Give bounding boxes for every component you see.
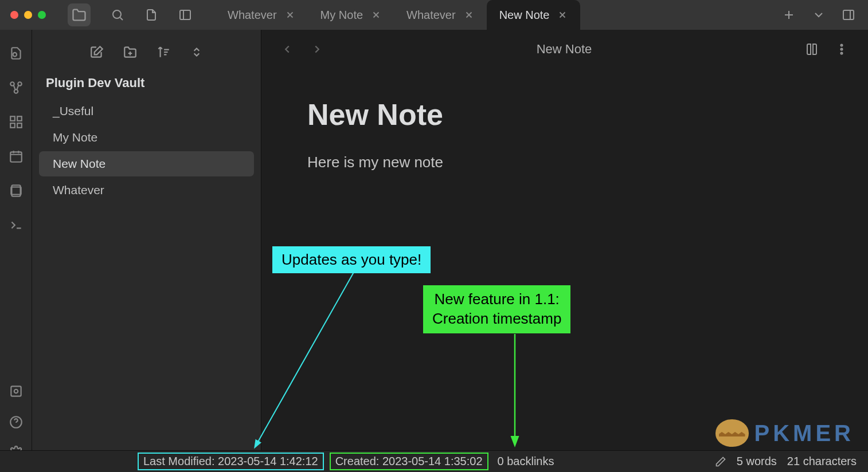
pkmer-logo-text: PKMER [754, 420, 854, 446]
svg-point-20 [841, 53, 843, 54]
reading-mode-icon[interactable] [805, 42, 819, 56]
vault-icon[interactable] [9, 384, 24, 399]
pkmer-watermark: PKMER [715, 419, 854, 447]
new-note-icon[interactable] [89, 45, 104, 60]
tab-whatever-2[interactable]: Whatever [394, 0, 487, 30]
more-icon[interactable] [835, 42, 849, 56]
status-backlinks[interactable]: 0 backlinks [498, 455, 554, 468]
status-characters[interactable]: 21 characters [787, 455, 857, 468]
tab-whatever-1[interactable]: Whatever [215, 0, 308, 30]
file-explorer: Plugin Dev Vault _Useful My Note New Not… [32, 30, 261, 450]
collapse-icon[interactable] [189, 45, 204, 60]
svg-rect-14 [11, 386, 21, 396]
file-item-useful[interactable]: _Useful [39, 99, 254, 124]
nav-buttons [281, 43, 323, 56]
status-bar: Last Modified: 2023-05-14 1:42:12 Create… [0, 450, 868, 472]
svg-point-18 [841, 45, 843, 46]
graph-icon[interactable] [9, 80, 24, 95]
plus-icon[interactable] [782, 8, 796, 22]
svg-rect-11 [10, 152, 22, 162]
new-folder-icon[interactable] [123, 45, 138, 60]
svg-point-15 [14, 390, 18, 394]
titlebar-left-icons [68, 3, 192, 26]
close-icon[interactable] [464, 10, 474, 20]
file-explorer-header [32, 40, 261, 72]
minimize-window-button[interactable] [24, 11, 32, 19]
svg-point-0 [113, 10, 121, 18]
close-icon[interactable] [371, 10, 381, 20]
back-icon[interactable] [281, 43, 294, 56]
svg-rect-7 [10, 116, 15, 121]
arrow-green [505, 331, 539, 451]
help-icon[interactable] [9, 415, 24, 430]
arrow-cyan [247, 263, 373, 458]
vault-name: Plugin Dev Vault [32, 72, 261, 97]
new-file-icon[interactable] [144, 8, 158, 22]
tab-label: New Note [499, 9, 550, 22]
editor-title[interactable]: New Note [323, 42, 805, 57]
svg-rect-13 [11, 187, 21, 195]
svg-point-3 [13, 53, 16, 57]
titlebar: Whatever My Note Whatever New Note [0, 0, 868, 30]
sort-icon[interactable] [156, 45, 171, 60]
note-body[interactable]: Here is my new note [307, 154, 822, 171]
ribbon [0, 30, 32, 472]
tab-label: My Note [320, 9, 363, 22]
panel-left-icon[interactable] [178, 8, 192, 22]
file-item-whatever[interactable]: Whatever [39, 178, 254, 203]
search-icon[interactable] [111, 8, 124, 22]
tab-bar: Whatever My Note Whatever New Note [215, 0, 782, 30]
tab-my-note[interactable]: My Note [308, 0, 394, 30]
tab-label: Whatever [406, 9, 456, 22]
svg-rect-9 [10, 123, 15, 128]
tab-label: Whatever [228, 9, 277, 22]
command-icon[interactable] [9, 218, 24, 233]
folder-icon[interactable] [68, 3, 91, 26]
quick-switcher-icon[interactable] [9, 46, 24, 61]
window-controls [10, 11, 46, 19]
annotation-updates: Updates as you type! [272, 246, 431, 273]
templates-icon[interactable] [9, 183, 24, 198]
annotation-new-feature: New feature in 1.1: Creation timestamp [423, 285, 570, 333]
forward-icon[interactable] [311, 43, 323, 56]
close-icon[interactable] [557, 10, 568, 20]
editor-header: New Note [261, 30, 868, 69]
svg-rect-2 [843, 10, 854, 19]
svg-point-19 [841, 49, 843, 50]
note-title[interactable]: New Note [307, 97, 822, 132]
svg-rect-8 [17, 116, 22, 121]
file-item-my-note[interactable]: My Note [39, 125, 254, 150]
chevron-down-icon[interactable] [812, 8, 826, 22]
titlebar-right-icons [782, 8, 855, 22]
svg-line-21 [255, 269, 355, 447]
daily-note-icon[interactable] [9, 149, 24, 164]
file-item-new-note[interactable]: New Note [39, 151, 254, 176]
close-window-button[interactable] [10, 11, 18, 19]
canvas-icon[interactable] [9, 115, 24, 129]
tab-new-note[interactable]: New Note [487, 0, 581, 30]
maximize-window-button[interactable] [38, 11, 46, 19]
status-words[interactable]: 5 words [737, 455, 777, 468]
pencil-icon[interactable] [715, 456, 726, 467]
close-icon[interactable] [285, 10, 295, 20]
svg-rect-10 [17, 123, 22, 128]
pkmer-logo-icon [715, 419, 749, 447]
svg-rect-1 [180, 10, 190, 19]
panel-right-icon[interactable] [842, 8, 855, 22]
